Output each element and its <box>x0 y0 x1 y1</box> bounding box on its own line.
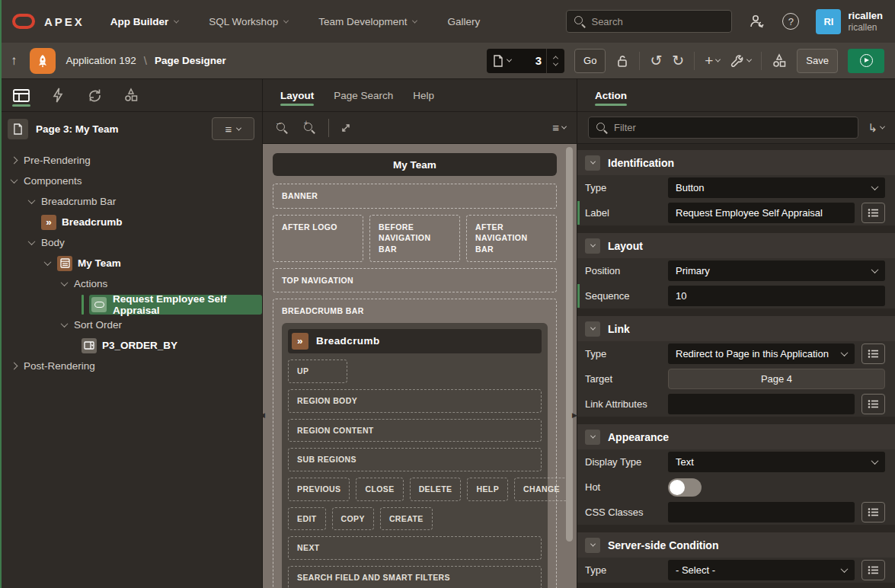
tree-item-request-employee-self-appraisal[interactable]: Request Employee Self Appraisal <box>0 294 262 315</box>
chevron-down-icon[interactable] <box>61 279 69 286</box>
position-select[interactable]: Primary <box>668 260 885 281</box>
chevron-down-icon[interactable] <box>11 176 18 184</box>
page-selector[interactable] <box>487 49 564 73</box>
spinner-down-icon[interactable] <box>553 60 558 66</box>
menu-app-builder[interactable]: App Builder <box>110 16 179 27</box>
target-button[interactable]: Page 4 <box>668 369 885 389</box>
css-classes-menu-button[interactable] <box>861 502 885 522</box>
avatar[interactable]: RI <box>816 9 841 34</box>
chevron-down-icon[interactable] <box>44 258 52 266</box>
up-arrow-icon[interactable]: ↑ <box>11 53 18 69</box>
zone-before-navigation-bar[interactable]: BEFORE NAVIGATION BAR <box>369 215 460 262</box>
zone-copy[interactable]: COPY <box>332 507 374 531</box>
tab-processing[interactable] <box>85 85 104 106</box>
tab-layout[interactable]: Layout <box>270 79 324 111</box>
redo-icon[interactable]: ↻ <box>672 53 684 68</box>
condition-type-select[interactable]: - Select - <box>668 560 855 580</box>
canvas-scrollbar[interactable] <box>566 147 573 542</box>
collapse-left-handle[interactable]: ◀ <box>260 411 265 419</box>
collapse-right-handle[interactable]: ▶ <box>572 411 577 419</box>
collapse-button[interactable] <box>585 321 600 337</box>
utilities-menu-button[interactable] <box>730 54 751 68</box>
tab-rendering[interactable] <box>12 85 30 106</box>
go-button[interactable]: Go <box>574 49 606 73</box>
tree-item-actions[interactable]: Actions <box>0 273 262 294</box>
layout-menu-button[interactable]: ≡ <box>552 122 566 133</box>
tree-item-body[interactable]: Body <box>0 232 262 253</box>
tab-shared-components[interactable] <box>122 85 140 106</box>
zone-banner[interactable]: BANNER <box>273 184 557 209</box>
collapse-button[interactable] <box>585 538 600 553</box>
section-appearance-header[interactable]: Appearance <box>577 424 895 449</box>
display-type-select[interactable]: Text <box>668 452 885 472</box>
hot-toggle[interactable] <box>668 478 702 497</box>
tree-item-my-team[interactable]: My Team <box>0 253 262 273</box>
create-menu-button[interactable]: + <box>705 53 720 68</box>
type-select[interactable]: Button <box>668 177 885 198</box>
chevron-down-icon[interactable] <box>28 238 36 245</box>
css-classes-input[interactable] <box>676 507 847 518</box>
tab-help[interactable]: Help <box>403 79 444 111</box>
tab-action[interactable]: Action <box>585 79 637 111</box>
zone-sub-regions[interactable]: SUB REGIONS <box>288 448 542 471</box>
expand-button[interactable] <box>340 122 352 134</box>
link-type-menu-button[interactable] <box>861 344 885 364</box>
global-search[interactable] <box>566 10 732 33</box>
chevron-right-icon[interactable] <box>11 363 18 370</box>
zone-delete[interactable]: DELETE <box>410 478 462 501</box>
tree-item-p3-order-by[interactable]: P3_ORDER_BY <box>0 335 262 356</box>
lock-icon[interactable] <box>615 53 629 69</box>
tree-item-breadcrumb[interactable]: » Breadcrumb <box>0 212 262 232</box>
zone-search-field[interactable]: SEARCH FIELD AND SMART FILTERS <box>288 566 542 588</box>
tree-item-components[interactable]: Components <box>0 171 262 191</box>
zone-region-body[interactable]: REGION BODY <box>288 389 542 413</box>
tree-item-sort-order[interactable]: Sort Order <box>0 315 262 335</box>
go-to-group-button[interactable]: ↳ <box>868 121 884 135</box>
collapse-button[interactable] <box>585 430 600 445</box>
page-number-stepper[interactable] <box>546 49 564 73</box>
page-number-input[interactable] <box>517 49 546 73</box>
zone-edit[interactable]: EDIT <box>288 507 326 531</box>
sequence-input[interactable] <box>676 290 877 302</box>
breadcrumb-region[interactable]: » Breadcrumb UP REGION BODY REGION CONTE… <box>282 323 548 588</box>
link-type-select[interactable]: Redirect to Page in this Application <box>668 344 855 364</box>
filter-input[interactable] <box>614 122 850 133</box>
zone-after-navigation-bar[interactable]: AFTER NAVIGATION BAR <box>466 215 557 262</box>
tab-dynamic-actions[interactable] <box>49 85 67 106</box>
zone-create[interactable]: CREATE <box>380 507 433 531</box>
administration-icon[interactable] <box>749 14 766 29</box>
help-icon[interactable]: ? <box>782 13 799 30</box>
zone-previous[interactable]: PREVIOUS <box>288 478 350 501</box>
chevron-down-icon[interactable] <box>61 320 69 328</box>
menu-sql-workshop[interactable]: SQL Workshop <box>209 16 288 27</box>
zone-region-content[interactable]: REGION CONTENT <box>288 419 542 443</box>
label-menu-button[interactable] <box>861 203 885 223</box>
search-input[interactable] <box>591 16 725 27</box>
brand[interactable]: APEX <box>12 14 85 29</box>
zone-after-logo[interactable]: AFTER LOGO <box>273 215 363 262</box>
page-menu-button[interactable]: ≡ <box>212 117 254 140</box>
shared-components-icon[interactable] <box>772 53 787 69</box>
tab-page-search[interactable]: Page Search <box>324 79 403 111</box>
zoom-in-button[interactable]: + <box>301 120 318 136</box>
zone-change[interactable]: CHANGE <box>514 478 569 501</box>
chevron-right-icon[interactable] <box>11 157 18 165</box>
zoom-out-button[interactable]: – <box>273 120 290 136</box>
zone-next[interactable]: NEXT <box>288 536 542 560</box>
zone-up[interactable]: UP <box>288 360 347 383</box>
save-button[interactable]: Save <box>797 49 838 73</box>
collapse-button[interactable] <box>585 238 600 254</box>
zone-top-navigation[interactable]: TOP NAVIGATION <box>273 268 557 293</box>
label-input[interactable] <box>676 207 847 219</box>
tree-item-pre-rendering[interactable]: Pre-Rendering <box>0 150 262 171</box>
tree-item-breadcrumb-bar[interactable]: Breadcrumb Bar <box>0 191 262 212</box>
run-button[interactable] <box>848 49 884 73</box>
canvas-page-title[interactable]: My Team <box>273 153 557 176</box>
zone-breadcrumb-bar[interactable]: BREADCRUMB BAR » Breadcrumb UP REGION BO… <box>273 299 557 588</box>
condition-menu-button[interactable] <box>861 560 885 580</box>
application-link[interactable]: Application 192 <box>66 55 136 66</box>
link-attributes-input[interactable] <box>676 398 847 410</box>
property-filter[interactable] <box>588 117 858 139</box>
menu-gallery[interactable]: Gallery <box>447 16 480 27</box>
link-attributes-menu-button[interactable] <box>861 394 885 414</box>
